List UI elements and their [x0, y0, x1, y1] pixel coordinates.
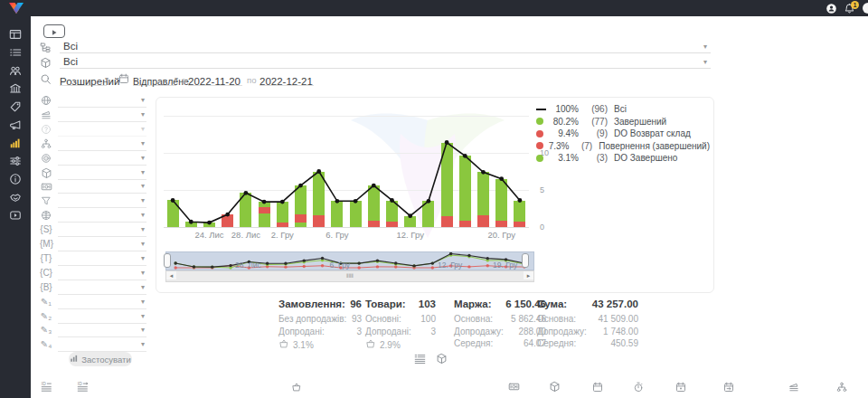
apply-chart-icon: [70, 354, 79, 365]
braces-s-icon: {S}: [40, 224, 52, 234]
scroll-right-arrow[interactable]: ▸: [524, 271, 533, 280]
sidebar-item-video[interactable]: [0, 206, 31, 224]
stat-sub-row: Основна:5 862.46: [454, 314, 546, 327]
toolbar-calendar-date-icon[interactable]: [675, 380, 686, 396]
stat-sub-label: Допродажу:: [537, 327, 587, 339]
sidebar-item-marketing[interactable]: [0, 116, 31, 134]
brush-handle-left[interactable]: [164, 253, 171, 268]
legend-item[interactable]: 9.4%(9)DO Возврат склад: [536, 128, 710, 140]
scrollbar-grip[interactable]: ⦀⦀⦀: [344, 273, 356, 279]
secondary-avatar[interactable]: [863, 3, 868, 14]
date-to-input[interactable]: 2022-12-21: [259, 72, 314, 86]
sidebar-item-orders[interactable]: [0, 43, 31, 62]
toolbar-timer-icon[interactable]: [633, 380, 644, 396]
source-select-value: Всі: [63, 41, 78, 52]
filter-select[interactable]: ▾: [58, 338, 146, 352]
list-view-toggle[interactable]: [414, 352, 426, 368]
tutorial-play-button[interactable]: [43, 24, 65, 38]
toolbar-hierarchy-icon[interactable]: [836, 380, 847, 396]
filter-select[interactable]: ▾: [58, 166, 146, 180]
toolbar-calendar-send-icon[interactable]: [723, 380, 734, 396]
sidebar-item-partners[interactable]: [0, 188, 31, 206]
toolbar-id-list-icon[interactable]: ID: [41, 380, 52, 396]
basket-icon: [365, 338, 376, 351]
scroll-left-arrow[interactable]: ◂: [166, 271, 176, 280]
date-from-input[interactable]: 2022-11-20: [188, 72, 242, 86]
filter-select[interactable]: ▾: [58, 296, 146, 309]
sidebar-item-dashboard[interactable]: [0, 25, 31, 43]
legend-percent: 80.2%: [549, 117, 579, 127]
stat-column: Товари:103Основні:100Допродані:32.9%: [365, 298, 436, 351]
horizontal-scrollbar[interactable]: ◂ ▸ ⦀⦀⦀: [165, 270, 534, 282]
product-view-toggle[interactable]: [436, 352, 448, 368]
sidebar-item-settings[interactable]: [0, 152, 31, 170]
line-point: [262, 200, 267, 204]
chart-card: 24. Лис28. Лис2. Гру6. Гру12. Гру20. Гру…: [156, 97, 714, 293]
toolbar-package-icon[interactable]: [549, 380, 561, 396]
filter-row-funnel: ▾: [36, 194, 149, 209]
stat-sub-value: 3: [430, 327, 436, 339]
date-from-value: 2022-11-20: [188, 76, 241, 87]
filter-select[interactable]: ▾: [58, 281, 146, 295]
product-select[interactable]: Всі ▾: [60, 55, 711, 69]
legend-item[interactable]: 3.1%(3)DO Завершено: [536, 152, 710, 165]
filter-select[interactable]: ▾: [58, 223, 146, 237]
filter-select[interactable]: ▾: [58, 109, 146, 122]
filter-select[interactable]: ▾: [58, 324, 146, 337]
legend-item[interactable]: 7.3%(7)Повернення (завершений): [536, 140, 710, 153]
chevron-down-icon: ▾: [703, 43, 707, 51]
filter-row-layers: ▾: [36, 109, 149, 123]
brush-handle-right[interactable]: [522, 253, 529, 268]
toolbar-calendar-icon[interactable]: [592, 380, 603, 396]
app-window: 1 Всі ▾ Всі ▾ Розширений ▾ Відправлене ▾…: [0, 0, 868, 398]
line-point: [189, 220, 193, 224]
legend-label: Повернення (завершений): [599, 141, 710, 151]
filter-select[interactable]: ▾: [58, 123, 146, 137]
filter-select[interactable]: ▾: [58, 137, 146, 151]
sidebar-item-company[interactable]: [0, 80, 31, 98]
filter-select[interactable]: ▾: [58, 209, 146, 223]
toolbar-money-icon[interactable]: [508, 380, 520, 396]
braces-c-icon: {C}: [40, 268, 52, 278]
sidebar-item-tags[interactable]: [0, 98, 31, 116]
date-type-select[interactable]: Відправлене ▾: [133, 72, 176, 86]
legend-percent: 100%: [549, 104, 579, 114]
legend-marker: [536, 130, 549, 137]
filter-select[interactable]: ▾: [58, 94, 146, 108]
mode-select[interactable]: Розширений ▾: [60, 72, 107, 86]
filter-select[interactable]: ▾: [58, 252, 146, 266]
filter-select[interactable]: ▾: [58, 194, 146, 208]
filter-select[interactable]: ▾: [58, 267, 146, 280]
filter-select[interactable]: ▾: [58, 152, 146, 166]
user-avatar-icon[interactable]: [826, 2, 837, 16]
toolbar-layers-icon[interactable]: [788, 380, 799, 396]
stat-upsell-row: 3.1%: [278, 338, 362, 351]
braces-t-icon: {T}: [40, 253, 52, 263]
layers-icon: [40, 109, 52, 122]
web-icon: [40, 210, 52, 223]
filter-select[interactable]: ▾: [58, 238, 146, 251]
line-point: [335, 199, 340, 204]
legend-item[interactable]: 100%(96)Всі: [536, 103, 710, 116]
apply-button[interactable]: Застосувати: [69, 352, 132, 366]
brush-date-label: 12. Гру: [438, 261, 462, 270]
legend-item[interactable]: 80.2%(77)Завершений: [536, 116, 710, 128]
sidebar-item-statistics[interactable]: [0, 134, 31, 152]
toolbar-id-list-alt-icon[interactable]: ID: [77, 380, 89, 396]
source-select[interactable]: Всі ▾: [60, 40, 711, 53]
product-package-icon: [40, 56, 52, 72]
sidebar-item-info[interactable]: [0, 170, 31, 188]
line-point: [280, 200, 285, 204]
orders-icon: [9, 46, 22, 59]
filter-row-web: ▾: [36, 209, 149, 223]
toolbar-basket-icon[interactable]: [291, 380, 302, 396]
legend-percent: 9.4%: [549, 128, 579, 138]
filter-select[interactable]: ▾: [58, 310, 146, 324]
svg-text:ID: ID: [42, 382, 46, 386]
filter-select[interactable]: ▾: [58, 180, 146, 194]
chart-plot-area[interactable]: [164, 102, 529, 227]
brand-logo[interactable]: [7, 2, 25, 16]
filter-row-fingerprint: ▾: [36, 152, 149, 166]
sidebar-item-clients[interactable]: [0, 62, 31, 80]
chevron-down-icon: ▾: [703, 59, 707, 66]
